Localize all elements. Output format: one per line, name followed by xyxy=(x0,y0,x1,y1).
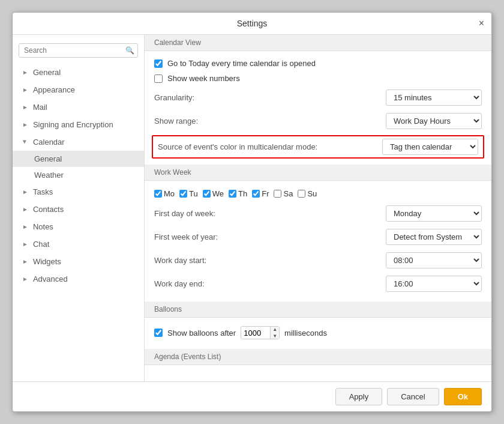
granularity-label: Granularity: xyxy=(154,93,194,102)
cancel-button[interactable]: Cancel xyxy=(387,388,439,405)
work-start-select[interactable]: 06:00 07:00 08:00 09:00 10:00 xyxy=(386,252,482,268)
event-color-source-select[interactable]: Tag then calendar Calendar then tag Tag … xyxy=(382,139,478,155)
sidebar-subitem-label: General xyxy=(34,154,62,163)
spinner-up-button[interactable]: ▲ xyxy=(271,326,279,333)
chevron-right-icon: ► xyxy=(22,241,28,247)
sidebar-item-label: General xyxy=(33,68,61,77)
ok-button[interactable]: Ok xyxy=(444,388,482,405)
sidebar-item-advanced[interactable]: ► Advanced xyxy=(13,270,144,288)
day-su-checkbox[interactable] xyxy=(298,190,305,198)
sidebar-item-label: Advanced xyxy=(33,274,68,283)
search-box: 🔍 xyxy=(19,43,138,58)
chevron-right-icon: ► xyxy=(22,86,28,93)
day-mo-checkbox[interactable] xyxy=(154,190,162,198)
day-tu-checkbox[interactable] xyxy=(179,190,187,198)
day-th-label: Th xyxy=(238,189,247,198)
show-week-numbers-checkbox[interactable] xyxy=(154,74,163,83)
dialog-body: 🔍 ► General ► Appearance ► Mail ► Signin… xyxy=(13,35,491,381)
dialog-title: Settings xyxy=(237,19,268,28)
first-week-select[interactable]: Detect from System First week with Monda… xyxy=(386,229,482,245)
day-su: Su xyxy=(298,189,317,198)
chevron-right-icon: ► xyxy=(22,258,28,265)
first-day-select[interactable]: Monday Sunday Saturday xyxy=(386,205,482,222)
dialog-footer: Apply Cancel Ok xyxy=(13,381,491,411)
day-sa-checkbox[interactable] xyxy=(274,190,281,198)
close-button[interactable]: × xyxy=(479,18,484,29)
search-input[interactable] xyxy=(19,43,138,58)
first-day-label: First day of week: xyxy=(154,209,215,218)
work-end-row: Work day end: 14:00 15:00 16:00 17:00 18… xyxy=(145,272,491,295)
balloons-unit-label: milliseconds xyxy=(284,329,327,338)
sidebar-item-label: Calendar xyxy=(33,138,65,147)
chevron-right-icon: ► xyxy=(22,104,28,111)
work-end-select[interactable]: 14:00 15:00 16:00 17:00 18:00 xyxy=(386,276,482,292)
spinner-down-button[interactable]: ▼ xyxy=(271,333,279,339)
section-header-balloons: Balloons xyxy=(145,301,491,318)
sidebar-item-label: Signing and Encryption xyxy=(33,120,113,129)
sidebar-item-label: Notes xyxy=(33,222,53,231)
show-range-label: Show range: xyxy=(154,117,198,126)
sidebar: 🔍 ► General ► Appearance ► Mail ► Signin… xyxy=(13,35,145,381)
work-start-row: Work day start: 06:00 07:00 08:00 09:00 … xyxy=(145,249,491,272)
spinner-buttons: ▲ ▼ xyxy=(270,326,279,339)
day-th-checkbox[interactable] xyxy=(229,190,236,198)
day-fr-checkbox[interactable] xyxy=(252,190,260,198)
day-su-label: Su xyxy=(307,189,317,198)
chevron-right-icon: ► xyxy=(22,189,28,195)
day-we: We xyxy=(203,189,224,198)
sidebar-item-general[interactable]: ► General xyxy=(13,64,144,81)
sidebar-item-contacts[interactable]: ► Contacts xyxy=(13,201,144,218)
content-area: Calendar View Go to Today every time cal… xyxy=(145,35,491,381)
first-day-row: First day of week: Monday Sunday Saturda… xyxy=(145,202,491,225)
day-fr-label: Fr xyxy=(262,189,269,198)
first-week-label: First week of year: xyxy=(154,232,218,241)
sidebar-item-label: Chat xyxy=(33,240,49,249)
chevron-right-icon: ► xyxy=(22,69,28,76)
balloons-ms-input[interactable] xyxy=(241,327,270,339)
sidebar-item-chat[interactable]: ► Chat xyxy=(13,235,144,253)
sidebar-item-mail[interactable]: ► Mail xyxy=(13,98,144,116)
goto-today-label: Go to Today every time calendar is opene… xyxy=(167,59,316,68)
sidebar-item-label: Widgets xyxy=(33,257,61,266)
goto-today-row: Go to Today every time calendar is opene… xyxy=(145,56,491,71)
event-color-source-row: Source of event's color in multicalendar… xyxy=(152,135,484,159)
show-balloons-label: Show balloons after xyxy=(167,329,236,338)
sidebar-item-label: Appearance xyxy=(33,85,75,94)
apply-button[interactable]: Apply xyxy=(335,388,383,405)
sidebar-item-appearance[interactable]: ► Appearance xyxy=(13,81,144,98)
goto-today-checkbox[interactable] xyxy=(154,59,163,68)
show-range-select[interactable]: Work Day Hours Entire Day Custom xyxy=(386,113,482,129)
show-balloons-checkbox[interactable] xyxy=(154,329,163,337)
event-color-source-label: Source of event's color in multicalendar… xyxy=(155,142,317,151)
granularity-select[interactable]: 5 minutes 10 minutes 15 minutes 30 minut… xyxy=(386,89,482,106)
days-row: Mo Tu We Th Fr xyxy=(145,186,491,202)
granularity-row: Granularity: 5 minutes 10 minutes 15 min… xyxy=(145,86,491,109)
day-we-label: We xyxy=(212,189,224,198)
show-week-numbers-label: Show week numbers xyxy=(167,74,240,83)
sidebar-subitem-cal-general[interactable]: General xyxy=(13,151,144,167)
sidebar-subitem-cal-weather[interactable]: Weather xyxy=(13,167,144,183)
balloons-row: Show balloons after ▲ ▼ milliseconds xyxy=(145,323,491,343)
section-header-agenda: Agenda (Events List) xyxy=(145,349,491,365)
day-mo: Mo xyxy=(154,189,175,198)
sidebar-item-calendar[interactable]: ► Calendar xyxy=(13,133,144,151)
section-header-work-week: Work Week xyxy=(145,165,491,181)
balloons-ms-input-wrap: ▲ ▼ xyxy=(241,326,280,339)
chevron-right-icon: ► xyxy=(22,276,28,282)
sidebar-item-tasks[interactable]: ► Tasks xyxy=(13,183,144,201)
show-week-numbers-row: Show week numbers xyxy=(145,71,491,86)
day-tu: Tu xyxy=(179,189,198,198)
settings-dialog: Settings × 🔍 ► General ► Appearance ► Ma… xyxy=(12,12,492,412)
sidebar-subitem-label: Weather xyxy=(34,171,64,180)
sidebar-item-widgets[interactable]: ► Widgets xyxy=(13,253,144,270)
day-sa-label: Sa xyxy=(283,189,293,198)
day-mo-label: Mo xyxy=(164,189,175,198)
chevron-right-icon: ► xyxy=(22,121,28,128)
day-we-checkbox[interactable] xyxy=(203,190,211,198)
chevron-right-icon: ► xyxy=(22,223,28,230)
show-range-row: Show range: Work Day Hours Entire Day Cu… xyxy=(145,109,491,133)
sidebar-item-notes[interactable]: ► Notes xyxy=(13,218,144,235)
chevron-down-icon: ► xyxy=(22,139,28,145)
sidebar-item-signing[interactable]: ► Signing and Encryption xyxy=(13,116,144,133)
day-sa: Sa xyxy=(274,189,293,198)
